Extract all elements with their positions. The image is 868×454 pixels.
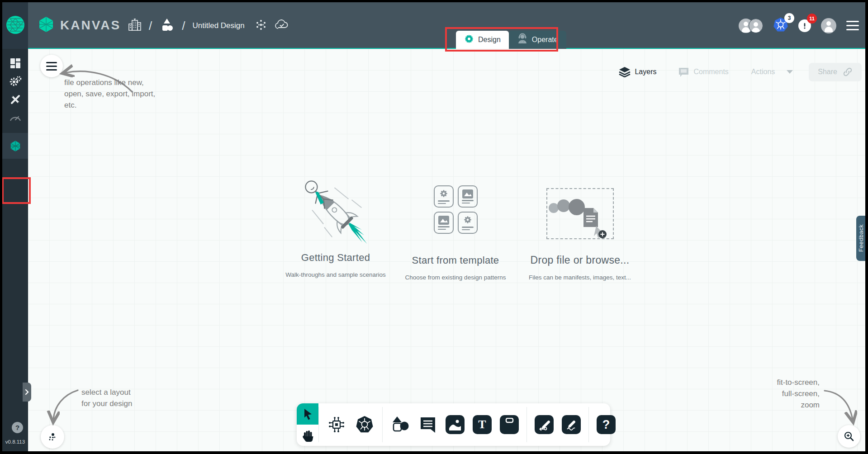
note-icon [503, 418, 516, 431]
comments-toggle[interactable]: Comments [678, 67, 728, 77]
shapes-icon [391, 415, 410, 434]
dashboard-icon [9, 57, 21, 69]
card-drop-file[interactable]: Drop file or browse... Files can be mani… [521, 188, 639, 281]
layout-select-button[interactable] [41, 425, 64, 449]
mode-tabs: Design Operate [456, 31, 566, 49]
help-tool[interactable]: ? [597, 415, 616, 434]
comments-label: Comments [693, 68, 728, 76]
user-avatar[interactable] [821, 18, 836, 33]
breadcrumb-separator: / [149, 19, 152, 33]
annotation-layout: select a layout for your design [81, 387, 132, 409]
tab-design-label: Design [478, 36, 501, 44]
sidebar-item-lifecycle[interactable] [2, 72, 28, 90]
annotation-arrow-zoom [822, 387, 863, 428]
meshery-logo-icon [6, 15, 25, 36]
shapes-tool[interactable] [390, 415, 410, 435]
annotation-arrow-layout [41, 386, 81, 426]
help-button[interactable]: ? [12, 422, 23, 433]
sketch-pen-icon [565, 418, 578, 431]
kanvas-logo[interactable]: KANVAS [38, 16, 121, 35]
kanvas-app: KANVAS / / Untitled Design [2, 2, 865, 451]
version-label: v0.8.113 [2, 439, 28, 445]
organization-icon[interactable] [128, 18, 142, 34]
template-tile-swirl [458, 212, 478, 234]
edge-pen-tool[interactable] [535, 415, 554, 434]
collaborator-avatar [749, 19, 763, 33]
note-tool[interactable] [500, 415, 519, 434]
select-tool-active[interactable] [297, 403, 318, 425]
chevron-right-icon [25, 389, 29, 395]
left-nav-rail: ? v0.8.113 [2, 49, 28, 451]
pan-tool[interactable] [297, 425, 318, 446]
actions-dropdown[interactable]: Actions [751, 68, 793, 76]
template-tile-image [458, 185, 478, 208]
kanvas-hexagon-icon [9, 140, 21, 152]
text-tool-glyph: T [478, 418, 486, 431]
comment-tool[interactable] [418, 415, 437, 434]
hand-icon [302, 429, 313, 442]
tools-icon [9, 93, 22, 106]
collaborator-avatars[interactable] [739, 19, 763, 33]
template-tile-image [434, 212, 454, 234]
operate-headset-icon [517, 33, 528, 47]
sidebar-item-performance[interactable] [2, 109, 28, 127]
template-title: Start from template [399, 255, 512, 266]
layers-toggle[interactable]: Layers [619, 66, 656, 77]
image-tool[interactable] [446, 415, 465, 434]
breadcrumb-separator: / [182, 19, 185, 33]
tab-design[interactable]: Design [456, 31, 509, 49]
meshery-logo-button[interactable] [2, 2, 28, 49]
card-getting-started[interactable]: Getting Started Walk-throughs and sample… [281, 175, 390, 278]
layers-label: Layers [635, 68, 656, 76]
share-button[interactable]: Share [809, 63, 862, 81]
drop-subtitle: Files can be manifests, images, text... [521, 274, 639, 281]
header-right-controls: 3 11 [739, 2, 859, 49]
template-tile-swirl [434, 185, 454, 208]
zoom-button[interactable] [838, 425, 860, 448]
circuit-icon [328, 416, 345, 433]
zoom-in-icon [844, 431, 854, 442]
card-start-from-template[interactable]: Start from template Choose from existing… [399, 185, 512, 281]
design-canvas[interactable]: file operations like new, open, save, ex… [28, 49, 865, 451]
sidebar-item-dashboard[interactable] [2, 54, 28, 72]
header-menu-icon[interactable] [846, 21, 859, 30]
design-name[interactable]: Untitled Design [192, 21, 244, 30]
layout-graph-icon [47, 431, 58, 442]
notifications-count-badge: 11 [807, 14, 817, 24]
design-config-icon[interactable] [255, 19, 267, 33]
sidebar-item-configuration[interactable] [2, 90, 28, 109]
app-header: KANVAS / / Untitled Design [2, 2, 865, 49]
layers-icon [619, 66, 631, 77]
sidebar-expand-button[interactable] [23, 383, 31, 402]
feedback-tab[interactable]: Feedback [856, 216, 865, 261]
tab-operate[interactable]: Operate [509, 31, 566, 49]
template-subtitle: Choose from existing design patterns [399, 274, 512, 281]
annotation-zoom: fit-to-screen, full-screen, zoom [743, 377, 820, 411]
drop-file-illustration [547, 189, 615, 240]
canvas-menu-button[interactable] [40, 55, 63, 77]
kanvas-wordmark: KANVAS [60, 18, 121, 33]
rocket-doodle [289, 175, 384, 250]
gauge-icon [9, 114, 22, 122]
getting-started-subtitle: Walk-throughs and sample scenarios [281, 271, 390, 278]
notifications-button[interactable]: 11 [798, 19, 811, 32]
workspace-shapes-icon[interactable] [159, 17, 175, 34]
kubernetes-tool[interactable] [355, 415, 375, 435]
tab-operate-label: Operate [532, 36, 558, 44]
image-icon [449, 418, 461, 431]
link-icon [843, 67, 853, 77]
text-tool[interactable]: T [473, 415, 492, 434]
kanvas-hexagon-icon [38, 16, 55, 35]
sidebar-item-kanvas-selected[interactable] [2, 133, 28, 159]
tool-dock: T [297, 403, 610, 446]
comment-icon [419, 416, 437, 434]
design-swirl-icon [464, 34, 474, 46]
chevron-down-icon [786, 70, 793, 74]
kubernetes-context-button[interactable]: 3 [773, 17, 788, 34]
kubernetes-icon [356, 416, 374, 434]
cloud-save-status-icon[interactable] [275, 19, 289, 33]
components-tool[interactable] [327, 415, 346, 435]
drop-zone[interactable] [546, 188, 614, 239]
getting-started-title: Getting Started [281, 252, 390, 264]
sketch-pen-tool[interactable] [562, 415, 581, 434]
